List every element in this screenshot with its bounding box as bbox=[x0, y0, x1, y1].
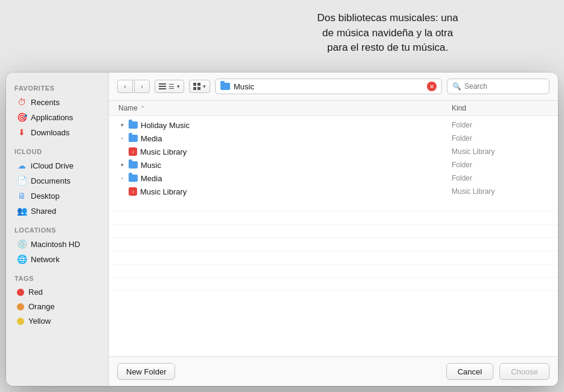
file-name-col: ▾ Music bbox=[118, 161, 452, 170]
file-name-col: ▾ ♪ Music Library bbox=[118, 187, 452, 196]
disclosure-closed-icon[interactable]: › bbox=[118, 175, 126, 182]
yellow-dot bbox=[17, 318, 24, 325]
svg-rect-2 bbox=[159, 88, 166, 89]
file-kind: Folder bbox=[452, 121, 548, 129]
sidebar-item-documents[interactable]: 📄 Documents bbox=[8, 173, 106, 188]
forward-button[interactable]: › bbox=[134, 80, 150, 93]
back-button[interactable]: ‹ bbox=[117, 80, 133, 93]
table-row[interactable]: ▾ ♪ Music Library Music Library bbox=[109, 145, 558, 158]
svg-rect-4 bbox=[197, 83, 200, 86]
sidebar-item-tag-red[interactable]: Red bbox=[8, 285, 106, 299]
apps-icon: 🎯 bbox=[17, 112, 27, 122]
svg-rect-3 bbox=[193, 83, 196, 86]
name-column-header[interactable]: Name ⌃ bbox=[118, 104, 452, 112]
svg-rect-0 bbox=[159, 83, 166, 85]
file-list-header: Name ⌃ Kind bbox=[109, 101, 558, 116]
music-library-icon: ♪ bbox=[129, 147, 137, 156]
table-row[interactable]: ▾ Music Folder bbox=[109, 158, 558, 172]
file-kind: Folder bbox=[452, 161, 548, 169]
kind-column-label: Kind bbox=[452, 104, 466, 112]
sidebar-item-applications[interactable]: 🎯 Applications bbox=[8, 110, 106, 124]
list-view-button[interactable]: ☰ ▾ bbox=[155, 80, 184, 93]
file-name: Music Library bbox=[140, 187, 187, 196]
orange-dot bbox=[17, 303, 24, 310]
location-clear-button[interactable]: ✕ bbox=[427, 82, 437, 91]
sidebar-item-macintosh-hd[interactable]: 💿 Macintosh HD bbox=[8, 237, 106, 251]
file-name: Media bbox=[141, 134, 162, 143]
svg-rect-6 bbox=[197, 87, 200, 90]
network-icon: 🌐 bbox=[17, 254, 27, 264]
table-row[interactable]: ▾ ♪ Music Library Music Library bbox=[109, 185, 558, 198]
sidebar: Favorites ⏱ Recents 🎯 Applications ⬇ Dow… bbox=[6, 72, 109, 386]
disclosure-closed-icon[interactable]: › bbox=[118, 135, 126, 142]
kind-column-header[interactable]: Kind bbox=[452, 104, 548, 112]
empty-row bbox=[109, 251, 558, 265]
list-view-chevron: ▾ bbox=[177, 83, 180, 89]
file-dialog: Favorites ⏱ Recents 🎯 Applications ⬇ Dow… bbox=[6, 72, 558, 386]
bottom-bar: New Folder Cancel Choose bbox=[109, 356, 558, 386]
list-view-icon bbox=[159, 83, 166, 90]
location-text: Music bbox=[234, 82, 254, 91]
main-content: ‹ › ☰ ▾ ▾ bbox=[109, 72, 558, 386]
list-view-label: ☰ bbox=[168, 83, 175, 91]
folder-icon bbox=[129, 135, 138, 142]
cloud-icon: ☁ bbox=[17, 161, 27, 170]
empty-row bbox=[109, 211, 558, 225]
sidebar-item-tag-yellow[interactable]: Yellow bbox=[8, 314, 106, 328]
cancel-button[interactable]: Cancel bbox=[446, 363, 493, 380]
disclosure-open-icon[interactable]: ▾ bbox=[118, 161, 126, 169]
sidebar-label-tag-orange: Orange bbox=[28, 302, 54, 311]
sidebar-item-tag-orange[interactable]: Orange bbox=[8, 300, 106, 313]
tooltip: Dos bibliotecas musicales: una de música… bbox=[223, 11, 552, 56]
locations-header: Locations bbox=[6, 223, 108, 236]
sidebar-item-shared[interactable]: 👥 Shared bbox=[8, 204, 106, 218]
choose-button[interactable]: Choose bbox=[499, 363, 550, 380]
folder-icon bbox=[220, 83, 230, 90]
folder-icon bbox=[129, 161, 138, 169]
sidebar-item-recents[interactable]: ⏱ Recents bbox=[8, 95, 106, 109]
table-row[interactable]: ▾ Holiday Music Folder bbox=[109, 118, 558, 132]
sidebar-label-desktop: Desktop bbox=[31, 191, 60, 201]
empty-row bbox=[109, 198, 558, 211]
grid-view-button[interactable]: ▾ bbox=[189, 80, 210, 93]
nav-buttons: ‹ › bbox=[117, 80, 150, 93]
search-input[interactable] bbox=[464, 82, 531, 91]
bottom-actions: Cancel Choose bbox=[446, 363, 550, 380]
svg-rect-1 bbox=[159, 86, 166, 87]
music-library-icon: ♪ bbox=[129, 187, 137, 196]
location-bar[interactable]: Music ✕ bbox=[215, 79, 442, 94]
file-name: Media bbox=[141, 174, 162, 183]
sidebar-label-tag-red: Red bbox=[28, 288, 43, 297]
folder-icon bbox=[129, 121, 138, 129]
document-icon: 📄 bbox=[17, 176, 27, 185]
sidebar-label-tag-yellow: Yellow bbox=[28, 316, 51, 326]
disclosure-open-icon[interactable]: ▾ bbox=[118, 121, 126, 129]
download-icon: ⬇ bbox=[17, 127, 27, 137]
grid-view-icon bbox=[193, 83, 200, 90]
sidebar-item-desktop[interactable]: 🖥 Desktop bbox=[8, 188, 106, 203]
sidebar-label-macintosh-hd: Macintosh HD bbox=[31, 240, 80, 249]
empty-row bbox=[109, 278, 558, 291]
red-dot bbox=[17, 289, 24, 296]
empty-row bbox=[109, 265, 558, 278]
table-row[interactable]: › Media Folder bbox=[109, 172, 558, 185]
file-name-col: › Media bbox=[118, 134, 452, 143]
empty-row bbox=[109, 225, 558, 238]
clock-icon: ⏱ bbox=[17, 97, 27, 107]
file-name-col: › Media bbox=[118, 174, 452, 183]
folder-icon bbox=[129, 175, 138, 182]
sidebar-item-network[interactable]: 🌐 Network bbox=[8, 252, 106, 266]
search-bar[interactable]: 🔍 bbox=[447, 79, 550, 94]
sidebar-label-recents: Recents bbox=[31, 98, 60, 107]
sidebar-item-downloads[interactable]: ⬇ Downloads bbox=[8, 125, 106, 140]
new-folder-button[interactable]: New Folder bbox=[117, 363, 175, 380]
table-row[interactable]: › Media Folder bbox=[109, 132, 558, 145]
hd-icon: 💿 bbox=[17, 239, 27, 249]
grid-view-chevron: ▾ bbox=[203, 83, 206, 89]
file-list: ▾ Holiday Music Folder › Media Folder ▾ bbox=[109, 116, 558, 356]
file-name: Music Library bbox=[140, 147, 187, 156]
file-kind: Music Library bbox=[452, 147, 548, 156]
file-kind: Folder bbox=[452, 174, 548, 182]
desktop-icon: 🖥 bbox=[17, 191, 27, 201]
sidebar-item-icloud-drive[interactable]: ☁ iCloud Drive bbox=[8, 158, 106, 173]
